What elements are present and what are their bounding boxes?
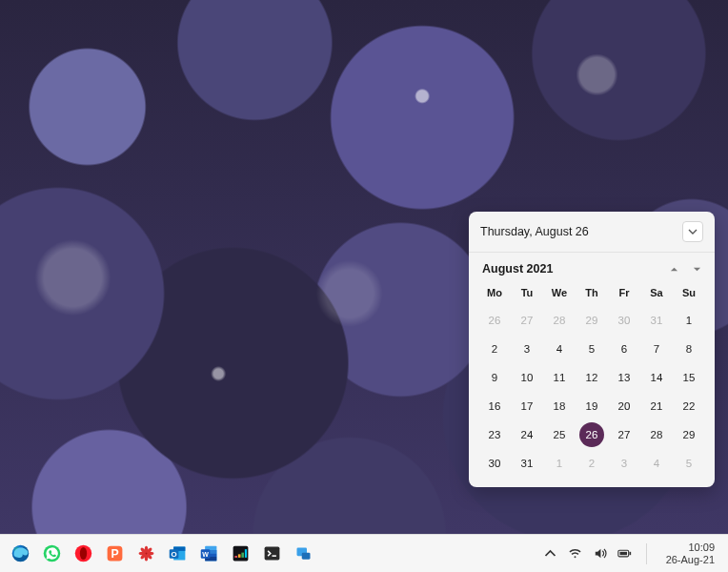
battery-icon[interactable] — [617, 546, 633, 562]
calendar-flyout: Thursday, August 26 August 2021 MoTuWeTh… — [469, 212, 715, 487]
calendar-day[interactable]: 15 — [673, 363, 705, 392]
calendar-day[interactable]: 27 — [608, 420, 640, 449]
calendar-day[interactable]: 5 — [576, 335, 608, 363]
caret-up-icon — [670, 265, 678, 274]
calendar-day[interactable]: 13 — [608, 363, 640, 392]
calendar-day[interactable]: 28 — [640, 420, 673, 449]
calendar-day[interactable]: 1 — [673, 306, 705, 335]
opera-icon — [73, 543, 93, 563]
calendar-day[interactable]: 21 — [640, 392, 673, 420]
calendar-collapse-button[interactable] — [682, 221, 703, 242]
system-tray: 10:09 26-Aug-21 — [543, 541, 722, 566]
calendar-date-title: Thursday, August 26 — [480, 225, 589, 238]
calendar-day[interactable]: 31 — [511, 449, 543, 478]
calendar-day[interactable]: 2 — [576, 449, 608, 478]
calendar-weekday: Fr — [608, 281, 640, 306]
calendar-day[interactable]: 20 — [608, 392, 640, 420]
calendar-day[interactable]: 27 — [511, 306, 543, 335]
calendar-month-title[interactable]: August 2021 — [482, 262, 553, 276]
chevron-up-icon — [543, 546, 557, 561]
calendar-day[interactable]: 26 — [478, 306, 511, 335]
whatsapp-icon — [42, 543, 62, 563]
svg-text:W: W — [202, 551, 209, 558]
taskbar-app-outlook[interactable]: O — [163, 540, 192, 568]
calendar-day[interactable]: 29 — [576, 306, 608, 335]
taskbar-app-edge[interactable] — [6, 540, 34, 568]
calendar-day[interactable]: 4 — [640, 449, 673, 478]
calendar-day[interactable]: 29 — [673, 420, 705, 449]
taskbar-app-deezer[interactable] — [226, 540, 254, 568]
calendar-grid: MoTuWeThFrSaSu26272829303112345678910111… — [469, 281, 715, 487]
clock-time: 10:09 — [666, 541, 715, 554]
calendar-day[interactable]: 30 — [608, 306, 640, 335]
calendar-day[interactable]: 16 — [478, 392, 511, 420]
volume-icon[interactable] — [593, 546, 608, 562]
calendar-day[interactable]: 3 — [511, 335, 543, 363]
p-app-icon: P — [105, 543, 125, 563]
terminal-icon — [262, 543, 282, 563]
tray-overflow-button[interactable] — [543, 546, 558, 562]
taskbar-app-terminal[interactable] — [257, 540, 286, 568]
calendar-day[interactable]: 23 — [478, 420, 511, 449]
calendar-day[interactable]: 2 — [478, 335, 511, 363]
clock-date: 26-Aug-21 — [666, 554, 715, 566]
calendar-next-month-button[interactable] — [690, 262, 703, 276]
calendar-day[interactable]: 24 — [511, 420, 543, 449]
taskbar-app-word[interactable]: W — [194, 540, 223, 568]
calendar-day[interactable]: 3 — [608, 449, 640, 478]
calendar-weekday: Mo — [478, 281, 511, 306]
calendar-month-row: August 2021 — [469, 253, 715, 281]
calendar-weekday: Th — [576, 281, 608, 306]
calendar-day[interactable]: 1 — [543, 449, 576, 478]
taskbar-app-p-app[interactable]: P — [100, 540, 129, 568]
taskbar-app-opera[interactable] — [69, 540, 97, 568]
taskbar-app-misc-app[interactable] — [289, 540, 317, 568]
taskbar-apps: POW — [6, 540, 317, 568]
svg-rect-30 — [264, 547, 279, 561]
calendar-day[interactable]: 22 — [673, 392, 705, 420]
caret-down-icon — [693, 265, 701, 274]
svg-point-3 — [79, 547, 86, 560]
word-icon: W — [199, 543, 219, 563]
calendar-day[interactable]: 14 — [640, 363, 673, 392]
svg-rect-32 — [301, 553, 310, 560]
svg-rect-35 — [630, 552, 632, 555]
calendar-prev-month-button[interactable] — [667, 262, 680, 276]
calendar-header: Thursday, August 26 — [469, 212, 715, 253]
calendar-day[interactable]: 19 — [576, 392, 608, 420]
calendar-day[interactable]: 6 — [608, 335, 640, 363]
calendar-day[interactable]: 30 — [478, 449, 511, 478]
svg-text:O: O — [171, 550, 176, 559]
calendar-day[interactable]: 11 — [543, 363, 576, 392]
svg-rect-27 — [237, 554, 240, 558]
svg-rect-34 — [620, 552, 628, 555]
chevron-down-icon — [688, 227, 698, 236]
calendar-day[interactable]: 5 — [673, 449, 705, 478]
wifi-icon[interactable] — [568, 546, 583, 562]
calendar-day[interactable]: 8 — [673, 335, 705, 363]
calendar-day[interactable]: 25 — [543, 420, 576, 449]
calendar-weekday: Su — [673, 281, 705, 306]
calendar-day[interactable]: 28 — [543, 306, 576, 335]
taskbar: POW 10:09 26-Aug-21 — [0, 534, 728, 572]
svg-rect-29 — [244, 549, 246, 558]
calendar-day[interactable]: 9 — [478, 363, 511, 392]
svg-rect-26 — [234, 556, 237, 558]
taskbar-clock[interactable]: 10:09 26-Aug-21 — [662, 541, 722, 566]
calendar-day[interactable]: 18 — [543, 392, 576, 420]
calendar-day[interactable]: 7 — [640, 335, 673, 363]
calendar-day[interactable]: 10 — [511, 363, 543, 392]
calendar-weekday: Sa — [640, 281, 673, 306]
calendar-day[interactable]: 17 — [511, 392, 543, 420]
svg-rect-28 — [241, 553, 244, 558]
taskbar-app-whatsapp[interactable] — [37, 540, 66, 568]
taskbar-app-flower-app[interactable] — [131, 540, 160, 568]
calendar-day[interactable]: 31 — [640, 306, 673, 335]
calendar-weekday: Tu — [511, 281, 543, 306]
deezer-icon — [231, 543, 251, 563]
calendar-day-today[interactable]: 26 — [579, 422, 604, 447]
calendar-day[interactable]: 4 — [543, 335, 576, 363]
flower-app-icon — [136, 543, 156, 563]
calendar-weekday: We — [543, 281, 576, 306]
calendar-day[interactable]: 12 — [576, 363, 608, 392]
